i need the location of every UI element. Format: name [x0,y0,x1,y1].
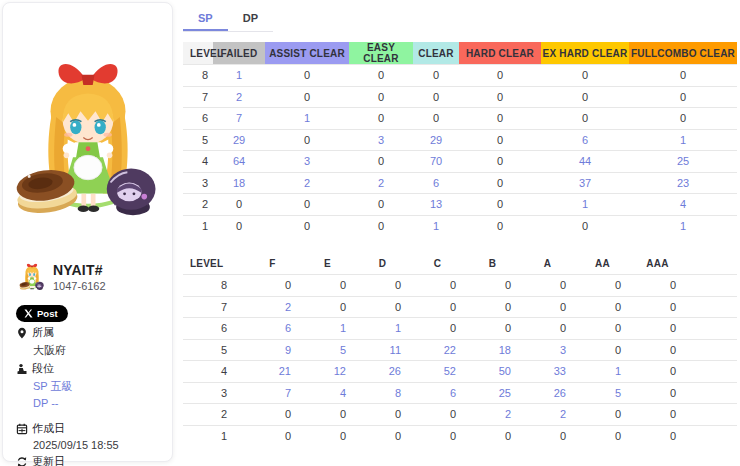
count-link[interactable]: 6 [541,129,629,151]
count-link[interactable]: 5 [300,339,355,361]
level-cell: 2 [183,404,245,426]
count-link[interactable]: 64 [213,151,265,173]
count-cell: 0 [300,296,355,318]
count-cell: 0 [349,65,413,87]
tab-dp[interactable]: DP [228,6,273,31]
count-cell: 0 [413,65,459,87]
rank-sp-link[interactable]: SP 五級 [16,379,166,394]
count-cell: 0 [520,425,575,447]
count-link[interactable]: 44 [541,151,629,173]
count-link[interactable]: 2 [520,404,575,426]
count-link[interactable]: 2 [245,296,300,318]
count-link[interactable]: 52 [410,361,465,383]
count-cell: 0 [213,215,265,237]
count-link[interactable]: 1 [629,129,737,151]
count-link[interactable]: 29 [413,129,459,151]
count-cell: 0 [630,318,685,340]
count-cell: 0 [265,129,349,151]
count-link[interactable]: 22 [410,339,465,361]
count-link[interactable]: 18 [213,172,265,194]
count-link[interactable]: 3 [349,129,413,151]
table-row: 72000000 [183,86,737,108]
count-cell: 0 [459,194,541,216]
count-link[interactable]: 12 [300,361,355,383]
count-cell: 0 [465,318,520,340]
rank-dp-link[interactable]: DP -- [16,397,166,409]
count-cell: 0 [465,296,520,318]
count-link[interactable]: 25 [629,151,737,173]
table-row: 100000000 [183,425,737,447]
count-cell: 0 [629,65,737,87]
count-link[interactable]: 8 [355,382,410,404]
count-link[interactable]: 4 [300,382,355,404]
spacer-cell [685,253,737,275]
count-link[interactable]: 25 [465,382,520,404]
count-link[interactable]: 13 [413,194,459,216]
rank-person-icon [16,363,28,375]
count-link[interactable]: 2 [265,172,349,194]
count-link[interactable]: 1 [300,318,355,340]
count-cell: 0 [349,108,413,130]
grade-column-header: A [520,253,575,275]
created-value: 2025/09/15 18:55 [16,439,166,451]
count-cell: 0 [459,65,541,87]
clear-column-header: FULLCOMBO CLEAR [629,42,737,65]
count-link[interactable]: 1 [213,65,265,87]
count-link[interactable]: 1 [575,361,630,383]
count-link[interactable]: 1 [265,108,349,130]
count-link[interactable]: 26 [355,361,410,383]
count-link[interactable]: 7 [245,382,300,404]
count-cell: 0 [575,296,630,318]
spacer-cell [685,361,737,383]
count-link[interactable]: 9 [245,339,300,361]
clear-column-header: EASY CLEAR [349,42,413,65]
count-link[interactable]: 11 [355,339,410,361]
count-cell: 0 [575,425,630,447]
count-link[interactable]: 6 [410,382,465,404]
count-link[interactable]: 33 [520,361,575,383]
table-row: 67100000 [183,108,737,130]
count-link[interactable]: 6 [245,318,300,340]
table-row: 421122652503310 [183,361,737,383]
count-link[interactable]: 21 [245,361,300,383]
count-cell: 0 [213,194,265,216]
count-link[interactable]: 70 [413,151,459,173]
count-link[interactable]: 26 [520,382,575,404]
count-link[interactable]: 3 [520,339,575,361]
count-link[interactable]: 4 [629,194,737,216]
player-id: 1047-6162 [53,280,106,292]
table-row: 200002200 [183,404,737,426]
count-cell: 0 [630,296,685,318]
table-row: 200013014 [183,194,737,216]
table-row: 720000000 [183,296,737,318]
count-cell: 0 [410,275,465,297]
count-link[interactable]: 1 [629,215,737,237]
count-cell: 0 [355,275,410,297]
count-link[interactable]: 2 [349,172,413,194]
count-link[interactable]: 18 [465,339,520,361]
count-cell: 0 [300,425,355,447]
table-row: 595112218300 [183,339,737,361]
level-cell: 5 [183,339,245,361]
count-link[interactable]: 3 [265,151,349,173]
count-link[interactable]: 37 [541,172,629,194]
level-column-header: LEVEL [183,253,245,275]
clear-column-header: FAILED [213,42,265,65]
count-link[interactable]: 1 [541,194,629,216]
tab-sp[interactable]: SP [183,6,228,31]
grade-column-header: AAA [630,253,685,275]
count-link[interactable]: 7 [213,108,265,130]
table-row: 800000000 [183,275,737,297]
count-link[interactable]: 23 [629,172,737,194]
count-link[interactable]: 6 [413,172,459,194]
count-link[interactable]: 29 [213,129,265,151]
count-link[interactable]: 2 [465,404,520,426]
count-link[interactable]: 1 [413,215,459,237]
count-cell: 0 [459,86,541,108]
count-cell: 0 [459,129,541,151]
count-link[interactable]: 5 [575,382,630,404]
count-link[interactable]: 2 [213,86,265,108]
x-post-button[interactable]: Post [16,305,68,322]
count-link[interactable]: 1 [355,318,410,340]
count-link[interactable]: 50 [465,361,520,383]
